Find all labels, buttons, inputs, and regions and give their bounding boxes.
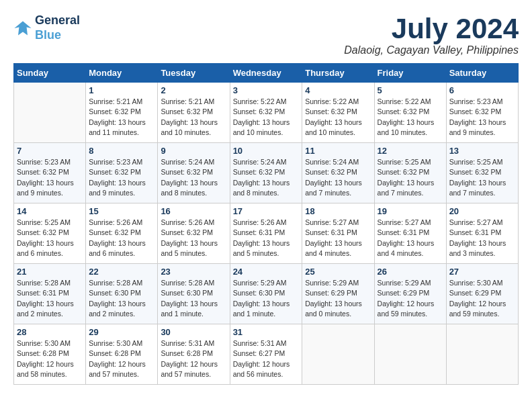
calendar-cell: 24Sunrise: 5:29 AMSunset: 6:30 PMDayligh… bbox=[230, 264, 302, 324]
day-info: Sunrise: 5:31 AMSunset: 6:28 PMDaylight:… bbox=[161, 338, 226, 379]
calendar-cell: 20Sunrise: 5:27 AMSunset: 6:31 PMDayligh… bbox=[446, 203, 518, 264]
day-number: 13 bbox=[449, 146, 515, 156]
day-number: 29 bbox=[89, 327, 154, 337]
calendar-cell: 9Sunrise: 5:24 AMSunset: 6:32 PMDaylight… bbox=[158, 143, 230, 203]
calendar-cell: 5Sunrise: 5:22 AMSunset: 6:32 PMDaylight… bbox=[374, 83, 446, 143]
day-info: Sunrise: 5:25 AMSunset: 6:32 PMDaylight:… bbox=[449, 157, 515, 198]
day-number: 23 bbox=[161, 267, 226, 277]
calendar-cell: 30Sunrise: 5:31 AMSunset: 6:28 PMDayligh… bbox=[158, 324, 230, 385]
day-info: Sunrise: 5:29 AMSunset: 6:29 PMDaylight:… bbox=[305, 278, 371, 319]
logo-icon bbox=[13, 19, 32, 38]
calendar-cell: 28Sunrise: 5:30 AMSunset: 6:28 PMDayligh… bbox=[14, 324, 86, 385]
day-info: Sunrise: 5:22 AMSunset: 6:32 PMDaylight:… bbox=[233, 97, 300, 138]
calendar-cell: 15Sunrise: 5:26 AMSunset: 6:32 PMDayligh… bbox=[86, 203, 158, 264]
calendar-cell: 17Sunrise: 5:26 AMSunset: 6:31 PMDayligh… bbox=[230, 203, 302, 264]
day-info: Sunrise: 5:26 AMSunset: 6:31 PMDaylight:… bbox=[233, 218, 300, 259]
day-number: 6 bbox=[449, 85, 515, 95]
day-info: Sunrise: 5:30 AMSunset: 6:29 PMDaylight:… bbox=[449, 278, 515, 319]
day-number: 24 bbox=[233, 267, 300, 277]
logo-text: General Blue bbox=[35, 13, 80, 42]
calendar-cell: 11Sunrise: 5:24 AMSunset: 6:32 PMDayligh… bbox=[302, 143, 374, 203]
day-number: 4 bbox=[305, 85, 371, 95]
day-number: 20 bbox=[449, 206, 515, 216]
day-number: 25 bbox=[305, 267, 371, 277]
month-title: July 2024 bbox=[344, 13, 519, 44]
calendar-cell: 31Sunrise: 5:31 AMSunset: 6:27 PMDayligh… bbox=[230, 324, 302, 385]
day-number: 27 bbox=[449, 267, 515, 277]
weekday-header: Thursday bbox=[302, 64, 374, 83]
calendar-cell: 25Sunrise: 5:29 AMSunset: 6:29 PMDayligh… bbox=[302, 264, 374, 324]
weekday-header-row: SundayMondayTuesdayWednesdayThursdayFrid… bbox=[14, 64, 519, 83]
day-info: Sunrise: 5:28 AMSunset: 6:30 PMDaylight:… bbox=[161, 278, 226, 319]
page-header: General Blue July 2024 Dalaoig, Cagayan … bbox=[13, 13, 519, 56]
weekday-header: Tuesday bbox=[158, 64, 230, 83]
calendar-cell: 14Sunrise: 5:25 AMSunset: 6:32 PMDayligh… bbox=[14, 203, 86, 264]
day-info: Sunrise: 5:25 AMSunset: 6:32 PMDaylight:… bbox=[378, 157, 443, 198]
day-info: Sunrise: 5:22 AMSunset: 6:32 PMDaylight:… bbox=[305, 97, 371, 138]
day-info: Sunrise: 5:25 AMSunset: 6:32 PMDaylight:… bbox=[17, 218, 83, 259]
weekday-header: Monday bbox=[86, 64, 158, 83]
title-block: July 2024 Dalaoig, Cagayan Valley, Phili… bbox=[344, 13, 519, 56]
day-info: Sunrise: 5:21 AMSunset: 6:32 PMDaylight:… bbox=[161, 97, 226, 138]
day-number: 7 bbox=[17, 146, 83, 156]
day-number: 2 bbox=[161, 85, 226, 95]
day-number: 21 bbox=[17, 267, 83, 277]
calendar-cell: 22Sunrise: 5:28 AMSunset: 6:30 PMDayligh… bbox=[86, 264, 158, 324]
calendar-cell: 26Sunrise: 5:29 AMSunset: 6:29 PMDayligh… bbox=[374, 264, 446, 324]
calendar-cell: 13Sunrise: 5:25 AMSunset: 6:32 PMDayligh… bbox=[446, 143, 518, 203]
day-info: Sunrise: 5:29 AMSunset: 6:29 PMDaylight:… bbox=[378, 278, 443, 319]
calendar-cell: 27Sunrise: 5:30 AMSunset: 6:29 PMDayligh… bbox=[446, 264, 518, 324]
calendar-cell: 8Sunrise: 5:23 AMSunset: 6:32 PMDaylight… bbox=[86, 143, 158, 203]
day-info: Sunrise: 5:22 AMSunset: 6:32 PMDaylight:… bbox=[378, 97, 443, 138]
day-info: Sunrise: 5:27 AMSunset: 6:31 PMDaylight:… bbox=[378, 218, 443, 259]
calendar-cell: 7Sunrise: 5:23 AMSunset: 6:32 PMDaylight… bbox=[14, 143, 86, 203]
day-info: Sunrise: 5:21 AMSunset: 6:32 PMDaylight:… bbox=[89, 97, 154, 138]
weekday-header: Friday bbox=[374, 64, 446, 83]
calendar-cell: 12Sunrise: 5:25 AMSunset: 6:32 PMDayligh… bbox=[374, 143, 446, 203]
day-number: 18 bbox=[305, 206, 371, 216]
calendar-table: SundayMondayTuesdayWednesdayThursdayFrid… bbox=[13, 63, 519, 385]
calendar-week-row: 7Sunrise: 5:23 AMSunset: 6:32 PMDaylight… bbox=[14, 143, 519, 203]
calendar-cell: 16Sunrise: 5:26 AMSunset: 6:32 PMDayligh… bbox=[158, 203, 230, 264]
location: Dalaoig, Cagayan Valley, Philippines bbox=[344, 44, 519, 56]
day-info: Sunrise: 5:23 AMSunset: 6:32 PMDaylight:… bbox=[449, 97, 515, 138]
day-number: 30 bbox=[161, 327, 226, 337]
logo: General Blue bbox=[13, 13, 80, 42]
day-number: 17 bbox=[233, 206, 300, 216]
calendar-cell: 29Sunrise: 5:30 AMSunset: 6:28 PMDayligh… bbox=[86, 324, 158, 385]
weekday-header: Wednesday bbox=[230, 64, 302, 83]
day-info: Sunrise: 5:26 AMSunset: 6:32 PMDaylight:… bbox=[161, 218, 226, 259]
day-number: 22 bbox=[89, 267, 154, 277]
day-number: 15 bbox=[89, 206, 154, 216]
day-info: Sunrise: 5:26 AMSunset: 6:32 PMDaylight:… bbox=[89, 218, 154, 259]
day-info: Sunrise: 5:23 AMSunset: 6:32 PMDaylight:… bbox=[17, 157, 83, 198]
calendar-cell: 1Sunrise: 5:21 AMSunset: 6:32 PMDaylight… bbox=[86, 83, 158, 143]
calendar-week-row: 21Sunrise: 5:28 AMSunset: 6:31 PMDayligh… bbox=[14, 264, 519, 324]
calendar-cell: 3Sunrise: 5:22 AMSunset: 6:32 PMDaylight… bbox=[230, 83, 302, 143]
day-number: 1 bbox=[89, 85, 154, 95]
calendar-week-row: 14Sunrise: 5:25 AMSunset: 6:32 PMDayligh… bbox=[14, 203, 519, 264]
day-number: 16 bbox=[161, 206, 226, 216]
day-number: 9 bbox=[161, 146, 226, 156]
day-info: Sunrise: 5:24 AMSunset: 6:32 PMDaylight:… bbox=[305, 157, 371, 198]
weekday-header: Sunday bbox=[14, 64, 86, 83]
calendar-cell bbox=[374, 324, 446, 385]
calendar-cell bbox=[302, 324, 374, 385]
day-info: Sunrise: 5:28 AMSunset: 6:30 PMDaylight:… bbox=[89, 278, 154, 319]
day-number: 10 bbox=[233, 146, 300, 156]
day-number: 19 bbox=[378, 206, 443, 216]
day-info: Sunrise: 5:30 AMSunset: 6:28 PMDaylight:… bbox=[89, 338, 154, 379]
calendar-cell bbox=[14, 83, 86, 143]
calendar-cell: 4Sunrise: 5:22 AMSunset: 6:32 PMDaylight… bbox=[302, 83, 374, 143]
weekday-header: Saturday bbox=[446, 64, 518, 83]
day-number: 3 bbox=[233, 85, 300, 95]
calendar-cell: 23Sunrise: 5:28 AMSunset: 6:30 PMDayligh… bbox=[158, 264, 230, 324]
calendar-cell: 2Sunrise: 5:21 AMSunset: 6:32 PMDaylight… bbox=[158, 83, 230, 143]
day-number: 8 bbox=[89, 146, 154, 156]
day-info: Sunrise: 5:23 AMSunset: 6:32 PMDaylight:… bbox=[89, 157, 154, 198]
day-number: 28 bbox=[17, 327, 83, 337]
calendar-cell: 18Sunrise: 5:27 AMSunset: 6:31 PMDayligh… bbox=[302, 203, 374, 264]
day-number: 11 bbox=[305, 146, 371, 156]
day-info: Sunrise: 5:31 AMSunset: 6:27 PMDaylight:… bbox=[233, 338, 300, 379]
day-info: Sunrise: 5:24 AMSunset: 6:32 PMDaylight:… bbox=[233, 157, 300, 198]
